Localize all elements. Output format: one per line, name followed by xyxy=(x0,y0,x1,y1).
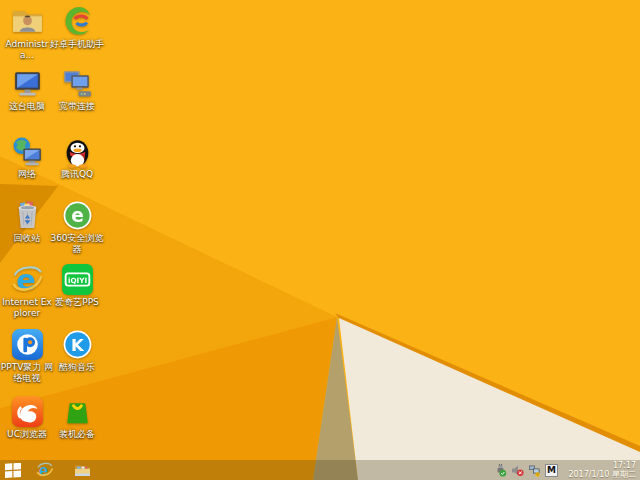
desktop-icon-uc-browser[interactable]: UC浏览器 xyxy=(0,395,54,440)
desktop-icon-recycle-bin[interactable]: 回收站 xyxy=(0,199,54,244)
desktop-icon-label: Administra... xyxy=(0,39,54,61)
desktop-icon-broadband[interactable]: 宽带连接 xyxy=(50,67,104,112)
taskbar-file-explorer-button[interactable] xyxy=(69,460,95,480)
kugou-music-icon: K xyxy=(61,328,94,361)
volume-muted-icon[interactable] xyxy=(511,464,524,477)
desktop: Administra...好卓手机助手这台电脑宽带连接网络腾讯QQ回收站e360… xyxy=(0,0,640,480)
broadband-icon xyxy=(61,67,94,100)
desktop-icon-label: 爱奇艺PPS xyxy=(50,297,104,308)
desktop-icon-iqiyi-pps[interactable]: iQIYI爱奇艺PPS xyxy=(50,263,104,308)
desktop-icon-label: 回收站 xyxy=(0,233,54,244)
svg-text:*: * xyxy=(537,472,539,476)
safely-remove-hardware-icon[interactable] xyxy=(494,464,507,477)
desktop-icon-haozhuo-assistant[interactable]: 好卓手机助手 xyxy=(50,5,104,50)
tencent-qq-icon xyxy=(61,135,94,168)
desktop-icon-admin-folder[interactable]: Administra... xyxy=(0,5,54,61)
desktop-icon-label: PPTV聚力 网络电视 xyxy=(0,362,54,384)
clock[interactable]: 17:17 2017/1/10 星期二 xyxy=(562,461,636,479)
taskbar-internet-explorer-button[interactable]: e xyxy=(32,460,58,480)
desktop-icon-internet-explorer[interactable]: eInternet Explorer xyxy=(0,263,54,319)
desktop-icon-pptv[interactable]: PPTV聚力 网络电视 xyxy=(0,328,54,384)
internet-explorer-icon: e xyxy=(36,461,54,479)
desktop-icon-zhuangji-bibei[interactable]: 装机必备 xyxy=(50,395,104,440)
network-status-icon[interactable]: * xyxy=(528,464,541,477)
360-browser-icon: e xyxy=(61,199,94,232)
windows-logo-icon xyxy=(5,463,21,478)
desktop-icon-label: 这台电脑 xyxy=(0,101,54,112)
system-tray: * M 17:17 2017/1/10 星期二 xyxy=(494,461,640,479)
svg-text:K: K xyxy=(71,336,85,355)
desktop-icon-kugou-music[interactable]: K酷狗音乐 xyxy=(50,328,104,373)
recycle-bin-icon xyxy=(11,199,44,232)
desktop-icon-label: 装机必备 xyxy=(50,429,104,440)
taskbar: e xyxy=(0,460,640,480)
iqiyi-pps-icon: iQIYI xyxy=(61,263,94,296)
ime-indicator[interactable]: M xyxy=(545,464,558,477)
desktop-icon-network[interactable]: 网络 xyxy=(0,135,54,180)
zhuangji-bibei-icon xyxy=(61,395,94,428)
network-icon xyxy=(11,135,44,168)
internet-explorer-icon: e xyxy=(11,263,44,296)
desktop-icon-label: 360安全浏览器 xyxy=(50,233,104,255)
desktop-icon-360-browser[interactable]: e360安全浏览器 xyxy=(50,199,104,255)
desktop-icon-label: Internet Explorer xyxy=(0,297,54,319)
clock-time: 17:17 xyxy=(562,461,636,470)
this-pc-icon xyxy=(11,67,44,100)
pptv-icon xyxy=(11,328,44,361)
svg-text:iQIYI: iQIYI xyxy=(67,276,86,285)
desktop-icon-label: UC浏览器 xyxy=(0,429,54,440)
clock-date: 2017/1/10 星期二 xyxy=(562,470,636,479)
desktop-icon-label: 网络 xyxy=(0,169,54,180)
desktop-icon-tencent-qq[interactable]: 腾讯QQ xyxy=(50,135,104,180)
desktop-icon-label: 宽带连接 xyxy=(50,101,104,112)
desktop-icon-label: 酷狗音乐 xyxy=(50,362,104,373)
uc-browser-icon xyxy=(11,395,44,428)
desktop-icon-label: 腾讯QQ xyxy=(50,169,104,180)
haozhuo-assistant-icon xyxy=(61,5,94,38)
svg-text:e: e xyxy=(71,205,84,226)
file-explorer-icon xyxy=(74,462,91,478)
start-button[interactable] xyxy=(0,460,26,480)
desktop-icon-label: 好卓手机助手 xyxy=(50,39,104,50)
admin-folder-icon xyxy=(11,5,44,38)
desktop-icon-this-pc[interactable]: 这台电脑 xyxy=(0,67,54,112)
